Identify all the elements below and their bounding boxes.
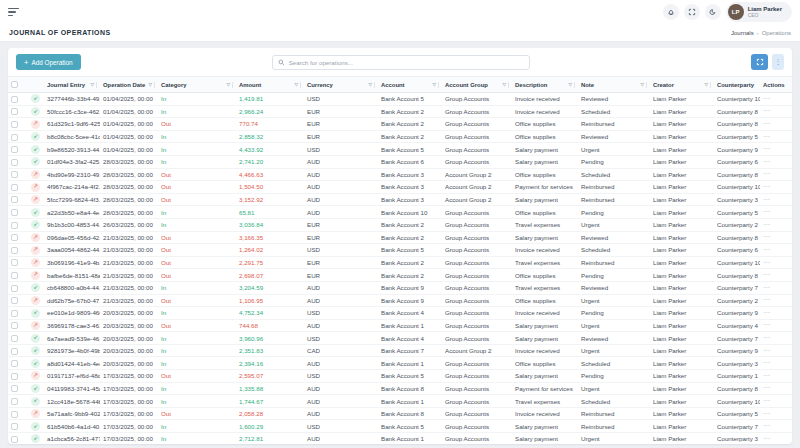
search-input[interactable] bbox=[289, 59, 524, 66]
filter-icon[interactable]: ▽ bbox=[294, 82, 298, 87]
row-checkbox[interactable] bbox=[11, 360, 18, 367]
row-actions-button[interactable]: ⋯ bbox=[763, 435, 771, 442]
row-actions-button[interactable]: ⋯ bbox=[763, 372, 771, 379]
row-actions-button[interactable]: ⋯ bbox=[763, 158, 771, 165]
column-header-category: Category ▽ bbox=[158, 77, 236, 93]
row-actions-button[interactable]: ⋯ bbox=[763, 397, 771, 404]
row-actions-button[interactable]: ⋯ bbox=[763, 422, 771, 429]
breadcrumb-operations: Operations bbox=[762, 30, 791, 36]
row-checkbox[interactable] bbox=[11, 121, 18, 128]
row-checkbox[interactable] bbox=[11, 259, 18, 266]
row-actions-button[interactable]: ⋯ bbox=[763, 410, 771, 417]
row-checkbox[interactable] bbox=[11, 108, 18, 115]
cell-creator: Liam Parker bbox=[650, 143, 714, 156]
row-checkbox[interactable] bbox=[11, 285, 18, 292]
cell-note: Reimbursed bbox=[578, 420, 650, 433]
menu-toggle-icon[interactable] bbox=[8, 8, 19, 16]
row-checkbox[interactable] bbox=[11, 385, 18, 392]
notifications-button[interactable] bbox=[663, 4, 679, 20]
row-checkbox[interactable] bbox=[11, 222, 18, 229]
row-actions-button[interactable]: ⋯ bbox=[763, 347, 771, 354]
cell-counterparty: Counterparty 9 bbox=[714, 143, 760, 156]
row-checkbox[interactable] bbox=[11, 96, 18, 103]
row-checkbox[interactable] bbox=[11, 171, 18, 178]
row-actions-button[interactable]: ⋯ bbox=[763, 309, 771, 316]
row-checkbox[interactable] bbox=[11, 272, 18, 279]
row-actions-button[interactable]: ⋯ bbox=[763, 107, 771, 114]
filter-icon[interactable]: ▽ bbox=[568, 82, 572, 87]
row-checkbox[interactable] bbox=[11, 310, 18, 317]
row-checkbox[interactable] bbox=[11, 297, 18, 304]
row-actions-button[interactable]: ⋯ bbox=[763, 321, 771, 328]
row-checkbox[interactable] bbox=[11, 196, 18, 203]
row-actions-button[interactable]: ⋯ bbox=[763, 284, 771, 291]
row-actions-button[interactable]: ⋯ bbox=[763, 221, 771, 228]
row-actions-button[interactable]: ⋯ bbox=[763, 95, 771, 102]
filter-icon[interactable]: ▽ bbox=[90, 82, 94, 87]
row-checkbox[interactable] bbox=[11, 411, 18, 418]
fullscreen-button[interactable] bbox=[684, 4, 700, 20]
cell-note: Scheduled bbox=[578, 395, 650, 408]
row-checkbox[interactable] bbox=[11, 247, 18, 254]
row-actions-button[interactable]: ⋯ bbox=[763, 384, 771, 391]
row-actions-button[interactable]: ⋯ bbox=[763, 120, 771, 127]
row-actions-button[interactable]: ⋯ bbox=[763, 246, 771, 253]
row-checkbox[interactable] bbox=[11, 348, 18, 355]
row-actions-button[interactable]: ⋯ bbox=[763, 145, 771, 152]
row-actions-button[interactable]: ⋯ bbox=[763, 133, 771, 140]
breadcrumb-journals[interactable]: Journals bbox=[731, 30, 754, 36]
operations-card: + Add Operation ⋮ bbox=[8, 48, 792, 444]
filter-icon[interactable]: ▽ bbox=[640, 82, 644, 87]
category-direction-icon: ↙ bbox=[31, 309, 40, 318]
cell-category: In bbox=[158, 105, 236, 118]
row-actions-button[interactable]: ⋯ bbox=[763, 259, 771, 266]
filter-icon[interactable]: ▽ bbox=[148, 82, 152, 87]
column-header-account-group: Account Group ▽ bbox=[442, 77, 512, 93]
row-checkbox[interactable] bbox=[11, 134, 18, 141]
expand-table-button[interactable] bbox=[751, 54, 768, 70]
column-header-journal-entry: Journal Entry ▽ bbox=[44, 77, 100, 93]
row-actions-button[interactable]: ⋯ bbox=[763, 170, 771, 177]
row-checkbox[interactable] bbox=[11, 436, 18, 443]
row-checkbox[interactable] bbox=[11, 184, 18, 191]
row-checkbox[interactable] bbox=[11, 398, 18, 405]
select-all-checkbox[interactable] bbox=[11, 81, 18, 88]
filter-icon[interactable]: ▽ bbox=[432, 82, 436, 87]
row-checkbox[interactable] bbox=[11, 234, 18, 241]
dark-mode-button[interactable] bbox=[705, 4, 721, 20]
row-actions-button[interactable]: ⋯ bbox=[763, 233, 771, 240]
cell-category: Out bbox=[158, 319, 236, 332]
cell-description: Office supplies bbox=[512, 294, 578, 307]
row-checkbox[interactable] bbox=[11, 146, 18, 153]
cell-amount: 1,264.02 bbox=[236, 244, 304, 257]
table-options-button[interactable]: ⋮ bbox=[772, 54, 784, 70]
filter-icon[interactable]: ▽ bbox=[502, 82, 506, 87]
row-actions-button[interactable]: ⋯ bbox=[763, 359, 771, 366]
row-checkbox[interactable] bbox=[11, 335, 18, 342]
cell-account-group: Group Accounts bbox=[442, 433, 512, 444]
cell-counterparty: Counterparty 8 bbox=[714, 231, 760, 244]
row-actions-button[interactable]: ⋯ bbox=[763, 271, 771, 278]
user-menu[interactable]: LP Liam Parker CEO bbox=[726, 2, 792, 22]
category-direction-icon: ↙ bbox=[31, 157, 40, 166]
row-checkbox[interactable] bbox=[11, 322, 18, 329]
cell-journal-entry: cb648800-a0b4-44.. bbox=[44, 281, 100, 294]
cell-category: Out bbox=[158, 370, 236, 383]
add-operation-button[interactable]: + Add Operation bbox=[16, 54, 81, 70]
cell-account-group: Group Accounts bbox=[442, 256, 512, 269]
row-actions-button[interactable]: ⋯ bbox=[763, 208, 771, 215]
filter-icon[interactable]: ▽ bbox=[704, 82, 708, 87]
cell-journal-entry: a8d01424-41eb-4ee.. bbox=[44, 357, 100, 370]
row-checkbox[interactable] bbox=[11, 373, 18, 380]
row-checkbox[interactable] bbox=[11, 159, 18, 166]
filter-icon[interactable]: ▽ bbox=[368, 82, 372, 87]
row-actions-button[interactable]: ⋯ bbox=[763, 296, 771, 303]
filter-icon[interactable]: ▽ bbox=[226, 82, 230, 87]
row-actions-button[interactable]: ⋯ bbox=[763, 334, 771, 341]
row-checkbox[interactable] bbox=[11, 209, 18, 216]
row-actions-button[interactable]: ⋯ bbox=[763, 196, 771, 203]
row-checkbox[interactable] bbox=[11, 423, 18, 430]
cell-category: Out bbox=[158, 181, 236, 194]
cell-operation-date: 20/03/2025, 00:00 bbox=[100, 357, 158, 370]
row-actions-button[interactable]: ⋯ bbox=[763, 183, 771, 190]
